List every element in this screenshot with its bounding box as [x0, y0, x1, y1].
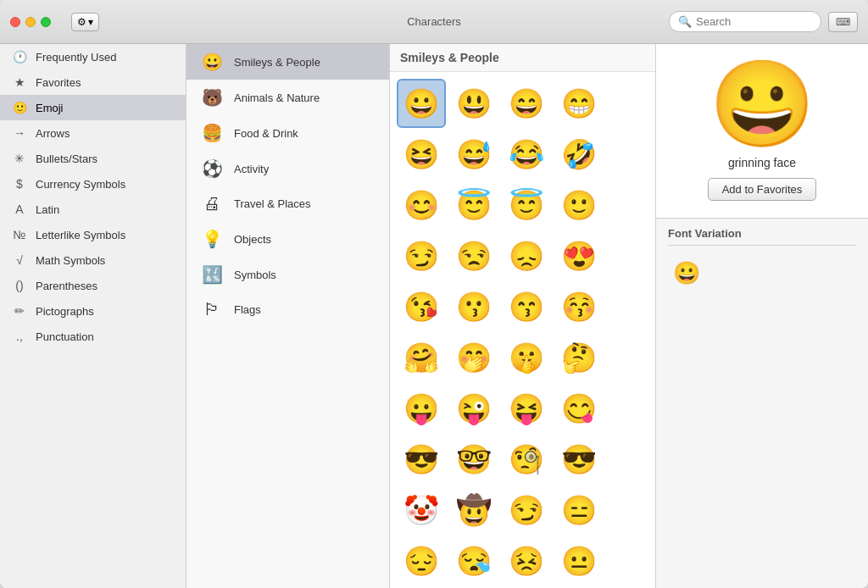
- category-item-smileys[interactable]: 😀 Smileys & People: [186, 44, 389, 80]
- emoji-cell[interactable]: 🤣: [554, 130, 604, 179]
- emoji-cell[interactable]: 🤓: [449, 435, 498, 484]
- sidebar-item-favorites[interactable]: ★ Favorites: [0, 69, 186, 95]
- emoji-cell[interactable]: 🤔: [554, 333, 604, 382]
- emoji-cell[interactable]: 😣: [502, 536, 551, 585]
- emoji-cell[interactable]: 🧐: [502, 435, 551, 484]
- emoji-cell[interactable]: 😏: [397, 231, 446, 280]
- sidebar-label-punctuation: Punctuation: [36, 330, 94, 343]
- emoji-cell[interactable]: 🤡: [397, 485, 446, 535]
- character-viewer-window: ⚙ ▾ Characters 🔍 ⌨ 🕐 Frequently Used ★ F…: [0, 0, 868, 588]
- emoji-cell[interactable]: 😎: [397, 435, 446, 484]
- sidebar-item-math[interactable]: √ Math Symbols: [0, 247, 186, 273]
- emoji-cell[interactable]: 😞: [502, 231, 551, 280]
- emoji-cell[interactable]: 😔: [397, 536, 446, 585]
- category-item-symbols[interactable]: 🔣 Symbols: [186, 257, 389, 292]
- sidebar-item-parentheses[interactable]: () Parentheses: [0, 273, 186, 298]
- search-icon: 🔍: [678, 15, 692, 28]
- category-item-flags[interactable]: 🏳 Flags: [186, 292, 389, 327]
- sidebar-item-pictographs[interactable]: ✏ Pictographs: [0, 298, 186, 324]
- sidebar-item-currency[interactable]: $ Currency Symbols: [0, 171, 186, 197]
- emoji-cell[interactable]: 😒: [449, 231, 498, 280]
- category-item-activity[interactable]: ⚽ Activity: [186, 151, 389, 186]
- emoji-cell[interactable]: 😎: [554, 435, 604, 484]
- sidebar-item-punctuation[interactable]: ., Punctuation: [0, 324, 186, 349]
- title-bar-right: 🔍 ⌨: [669, 11, 858, 32]
- emoji-cell[interactable]: 😃: [449, 79, 498, 128]
- category-label-animals: Animals & Nature: [234, 92, 320, 104]
- emoji-cell[interactable]: 😝: [502, 384, 551, 433]
- animals-category-icon: 🐻: [200, 87, 224, 108]
- activity-category-icon: ⚽: [200, 158, 224, 179]
- emoji-cell[interactable]: 😪: [449, 536, 498, 585]
- emoji-cell[interactable]: 😛: [397, 384, 446, 433]
- font-variation-cell[interactable]: 😀: [668, 254, 705, 291]
- detail-name: grinning face: [728, 156, 796, 169]
- category-item-food[interactable]: 🍔 Food & Drink: [186, 115, 389, 151]
- emoji-cell[interactable]: 😅: [449, 130, 498, 179]
- emoji-cell[interactable]: 😙: [502, 282, 551, 331]
- emoji-cell[interactable]: 😀: [397, 79, 446, 128]
- emoji-cell[interactable]: 😁: [554, 79, 604, 128]
- emoji-cell[interactable]: 😇: [449, 180, 498, 230]
- emoji-cell[interactable]: 😆: [397, 130, 446, 179]
- emoji-cell[interactable]: 😏: [502, 485, 551, 535]
- sidebar-item-emoji[interactable]: 🙂 Emoji: [0, 95, 186, 120]
- emoji-cell[interactable]: 😑: [554, 485, 604, 535]
- maximize-button[interactable]: [41, 17, 51, 27]
- sidebar-item-bullets[interactable]: ✳ Bullets/Stars: [0, 146, 186, 171]
- emoji-cell[interactable]: 🤠: [449, 485, 498, 535]
- emoji-cell[interactable]: 😄: [502, 79, 551, 128]
- emoji-cell[interactable]: 😂: [502, 130, 551, 179]
- sidebar: 🕐 Frequently Used ★ Favorites 🙂 Emoji → …: [0, 44, 186, 588]
- latin-icon: A: [12, 202, 27, 216]
- emoji-cell[interactable]: 😚: [554, 282, 604, 331]
- sidebar-label-math: Math Symbols: [36, 254, 105, 267]
- objects-category-icon: 💡: [200, 229, 224, 249]
- sidebar-item-arrows[interactable]: → Arrows: [0, 120, 186, 146]
- emoji-cell[interactable]: 😊: [397, 180, 446, 230]
- favorites-icon: ★: [12, 75, 27, 89]
- emoji-cell[interactable]: 😘: [397, 282, 446, 331]
- sidebar-item-latin[interactable]: A Latin: [0, 197, 186, 222]
- sidebar-label-emoji: Emoji: [36, 102, 64, 114]
- emoji-cell[interactable]: 😇: [502, 180, 551, 230]
- gear-button[interactable]: ⚙ ▾: [71, 13, 99, 31]
- sidebar-label-pictographs: Pictographs: [36, 305, 94, 318]
- keyboard-button[interactable]: ⌨: [828, 12, 858, 32]
- symbols-category-icon: 🔣: [200, 264, 224, 285]
- category-item-travel[interactable]: 🖨 Travel & Places: [186, 186, 389, 221]
- arrows-icon: →: [12, 126, 27, 140]
- search-box[interactable]: 🔍: [669, 11, 821, 32]
- emoji-cell[interactable]: 😜: [449, 384, 498, 433]
- emoji-cell[interactable]: 😐: [554, 536, 604, 585]
- punctuation-icon: .,: [12, 330, 27, 343]
- emoji-cell[interactable]: 🤫: [502, 333, 551, 382]
- sidebar-item-letterlike[interactable]: № Letterlike Symbols: [0, 222, 186, 247]
- sidebar-item-frequently-used[interactable]: 🕐 Frequently Used: [0, 44, 186, 69]
- emoji-cell[interactable]: 😋: [554, 384, 604, 433]
- minimize-button[interactable]: [25, 17, 36, 27]
- emoji-grid-header: Smileys & People: [390, 44, 655, 72]
- travel-category-icon: 🖨: [200, 194, 224, 214]
- close-button[interactable]: [10, 17, 20, 27]
- detail-preview: 😀 grinning face Add to Favorites: [656, 44, 868, 219]
- category-label-objects: Objects: [234, 233, 271, 246]
- flags-category-icon: 🏳: [200, 300, 224, 319]
- add-favorites-button[interactable]: Add to Favorites: [708, 178, 817, 201]
- emoji-cell[interactable]: 🤭: [449, 333, 498, 382]
- emoji-cell[interactable]: 😗: [449, 282, 498, 331]
- emoji-cell[interactable]: 🤗: [397, 333, 446, 382]
- keyboard-icon: ⌨: [836, 16, 850, 28]
- letterlike-icon: №: [12, 228, 27, 241]
- math-icon: √: [12, 253, 27, 267]
- category-item-objects[interactable]: 💡 Objects: [186, 221, 389, 257]
- category-item-animals[interactable]: 🐻 Animals & Nature: [186, 80, 389, 115]
- search-input[interactable]: [696, 15, 812, 28]
- emoji-cell[interactable]: 🙂: [554, 180, 604, 230]
- parentheses-icon: (): [12, 279, 27, 292]
- emoji-cell[interactable]: 😍: [554, 231, 604, 280]
- sidebar-label-parentheses: Parentheses: [36, 280, 97, 292]
- font-variation-section: Font Variation 😀: [656, 219, 868, 300]
- category-label-symbols: Symbols: [234, 269, 276, 281]
- font-variation-header: Font Variation: [668, 227, 856, 246]
